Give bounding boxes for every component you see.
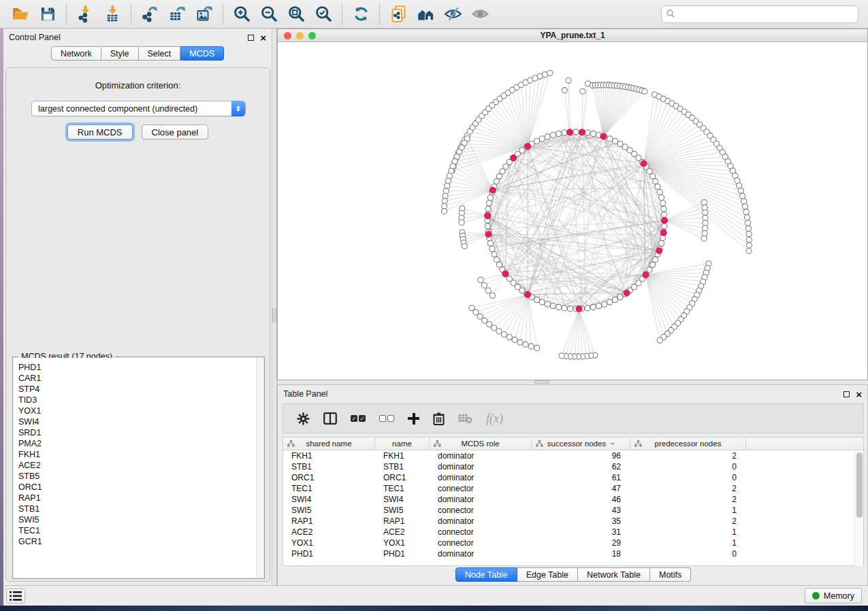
table-row[interactable]: YOX1YOX1connector291 <box>283 538 863 548</box>
table-scrollbar[interactable] <box>854 451 863 566</box>
add-column-button[interactable] <box>408 413 419 425</box>
mcds-result-item[interactable]: CAR1 <box>18 373 263 384</box>
table-row[interactable]: FKH1FKH1dominator962 <box>283 450 863 461</box>
network-canvas[interactable] <box>278 42 867 380</box>
control-panel-tabs: NetworkStyleSelectMCDS <box>3 46 272 61</box>
deselect-all-rows-button[interactable] <box>379 415 394 422</box>
result-scrollbar[interactable] <box>256 358 263 578</box>
mcds-result-item[interactable]: STP4 <box>18 384 263 395</box>
hide-selected-button[interactable] <box>439 3 466 26</box>
export-network-button[interactable] <box>136 3 163 26</box>
mcds-result-item[interactable]: PMA2 <box>18 438 263 449</box>
memory-label: Memory <box>824 591 854 601</box>
column-header-shared-name[interactable]: shared name <box>283 437 375 450</box>
tab-motifs[interactable]: Motifs <box>650 567 691 582</box>
refresh-button[interactable] <box>347 3 374 26</box>
import-table-button[interactable] <box>99 3 126 26</box>
table-row[interactable]: PHD1PHD1dominator180 <box>283 548 863 559</box>
export-table-button[interactable] <box>163 3 191 26</box>
table-row[interactable]: SWI4SWI4dominator462 <box>283 494 863 505</box>
run-mcds-button[interactable]: Run MCDS <box>67 125 133 139</box>
import-network-button[interactable] <box>71 3 99 26</box>
column-label: shared name <box>306 440 351 448</box>
network-titlebar[interactable]: YPA_prune.txt_1 <box>278 29 867 42</box>
first-neighbors-button[interactable] <box>412 3 439 26</box>
cell-shared-name: RAP1 <box>283 516 375 526</box>
mcds-result-item[interactable]: PHD1 <box>18 362 263 373</box>
mcds-result-item[interactable]: SRD1 <box>18 427 263 438</box>
mcds-result-item[interactable]: STB1 <box>18 503 263 514</box>
vertical-splitter[interactable] <box>272 29 277 585</box>
mcds-result-item[interactable]: GCR1 <box>18 536 263 547</box>
search-input[interactable] <box>676 10 854 19</box>
tab-network-table[interactable]: Network Table <box>578 567 650 582</box>
table-row[interactable]: ORC1ORC1dominator610 <box>283 472 863 483</box>
column-layout-button[interactable] <box>323 412 337 425</box>
column-header-name[interactable]: name <box>375 437 430 450</box>
column-type-icon <box>634 440 642 447</box>
mcds-result-item[interactable]: RAP1 <box>18 493 263 503</box>
table-row[interactable]: STB1STB1dominator620 <box>283 461 863 472</box>
task-history-button[interactable] <box>6 589 25 604</box>
save-session-button[interactable] <box>34 3 61 26</box>
table-row[interactable]: RAP1RAP1dominator352 <box>283 516 863 527</box>
column-header-successor-nodes[interactable]: successor nodes› <box>532 437 630 450</box>
column-header-MCDS-role[interactable]: MCDS role <box>430 437 532 450</box>
table-settings-button[interactable] <box>297 412 310 425</box>
vertical-splitter-handle[interactable] <box>272 308 276 323</box>
table-row[interactable]: SWI5SWI5connector431 <box>283 505 863 516</box>
mcds-result-item[interactable]: ORC1 <box>18 482 263 493</box>
mcds-result-item[interactable]: TID3 <box>18 395 263 406</box>
close-panel-button[interactable]: Close panel <box>142 125 209 139</box>
zoom-fit-button[interactable] <box>283 3 310 26</box>
mcds-result-item[interactable]: ACE2 <box>18 460 263 471</box>
zoom-out-button[interactable] <box>255 3 283 26</box>
tab-network[interactable]: Network <box>51 46 101 61</box>
cell-MCDS-role: dominator <box>430 549 532 559</box>
zoom-selected-button[interactable] <box>310 3 337 26</box>
select-all-rows-button[interactable]: ✓✓ <box>351 415 366 422</box>
memory-button[interactable]: Memory <box>805 588 862 604</box>
delete-column-button[interactable] <box>433 412 445 425</box>
mcds-result-item[interactable]: FKH1 <box>18 449 263 460</box>
export-image-icon <box>195 5 214 23</box>
cell-name: TEC1 <box>375 484 430 493</box>
tab-node-table[interactable]: Node Table <box>455 567 517 582</box>
column-header-predecessor-nodes[interactable]: predecessor nodes <box>630 437 746 450</box>
close-panel-icon[interactable]: × <box>260 35 266 41</box>
mcds-result-item[interactable]: TEC1 <box>18 525 263 536</box>
zoom-in-icon <box>233 5 251 23</box>
search-box[interactable] <box>661 5 858 23</box>
cell-name: RAP1 <box>375 516 430 526</box>
table-row[interactable]: ACE2ACE2connector311 <box>283 527 863 538</box>
export-network-icon <box>141 5 159 23</box>
float-panel-icon[interactable] <box>248 35 254 41</box>
mcds-result-item[interactable]: SWI5 <box>18 514 263 525</box>
horizontal-splitter-handle[interactable] <box>534 380 549 384</box>
column-type-icon <box>434 440 441 447</box>
network-graph[interactable] <box>278 42 867 380</box>
mcds-result-item[interactable]: SWI4 <box>18 416 263 427</box>
export-image-button[interactable] <box>191 3 218 26</box>
network-title: YPA_prune.txt_1 <box>278 31 867 40</box>
mcds-result-item[interactable]: STB5 <box>18 471 263 482</box>
tab-edge-table[interactable]: Edge Table <box>517 567 578 582</box>
close-table-panel-icon[interactable]: × <box>856 391 862 397</box>
column-label: predecessor nodes <box>655 440 722 448</box>
open-file-button[interactable] <box>7 3 34 26</box>
tab-style[interactable]: Style <box>101 46 139 61</box>
tab-select[interactable]: Select <box>139 46 181 61</box>
float-table-panel-icon[interactable] <box>843 391 850 397</box>
zoom-in-button[interactable] <box>228 3 255 26</box>
mcds-result-list[interactable]: PHD1CAR1STP4TID3YOX1SWI4SRD1PMA2FKH1ACE2… <box>14 358 263 578</box>
delete-table-button <box>458 413 472 424</box>
cell-MCDS-role: dominator <box>430 451 532 461</box>
table-row[interactable]: TEC1TEC1connector472 <box>283 483 863 494</box>
mcds-result-item[interactable]: YOX1 <box>18 406 263 416</box>
tab-mcds[interactable]: MCDS <box>180 46 224 61</box>
optimization-criterion-select[interactable]: largest connected component (undirected) <box>31 101 246 116</box>
search-icon <box>666 9 676 19</box>
show-all-button[interactable] <box>466 3 494 26</box>
table-scrollbar-thumb[interactable] <box>856 452 863 518</box>
new-network-from-selection-button[interactable] <box>385 3 412 26</box>
